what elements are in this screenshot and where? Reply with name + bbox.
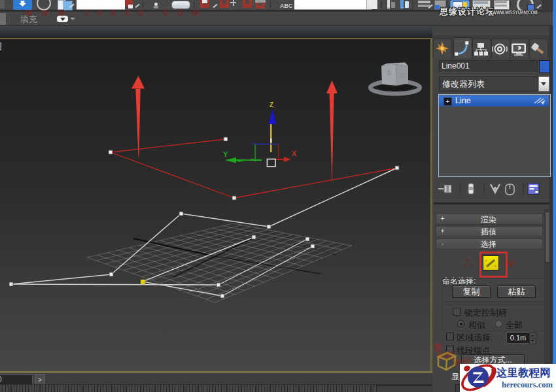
svg-text:X: X (292, 150, 297, 157)
svg-text:Z: Z (269, 101, 273, 108)
svg-text:Y: Y (223, 150, 228, 158)
